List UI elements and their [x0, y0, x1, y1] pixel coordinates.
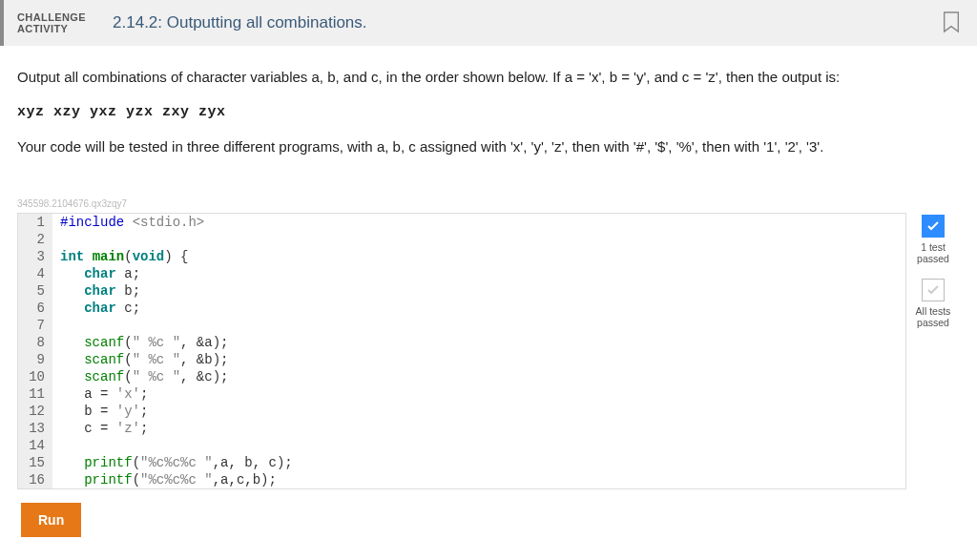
code-text[interactable]: scanf(" %c ", &b);: [52, 351, 228, 368]
sample-output: xyz xzy yxz yzx zxy zyx: [17, 102, 960, 124]
label-line1: CHALLENGE: [17, 11, 86, 23]
challenge-title: 2.14.2: Outputting all combinations.: [99, 0, 925, 46]
line-number: 8: [18, 334, 52, 351]
line-number: 12: [18, 403, 52, 420]
line-number: 2: [18, 231, 52, 248]
test-status-column: 1 test passed All tests passed: [906, 213, 960, 489]
line-number: 10: [18, 368, 52, 385]
code-line[interactable]: 10 scanf(" %c ", &c);: [18, 368, 905, 385]
code-text[interactable]: [52, 317, 68, 334]
line-number: 5: [18, 282, 52, 300]
line-number: 1: [18, 214, 52, 231]
code-line[interactable]: 11 a = 'x';: [18, 385, 905, 403]
code-text[interactable]: printf("%c%c%c ",a, b, c);: [52, 454, 293, 471]
line-number: 3: [18, 248, 52, 265]
code-text[interactable]: c = 'z';: [52, 420, 148, 437]
code-line[interactable]: 9 scanf(" %c ", &b);: [18, 351, 905, 368]
code-line[interactable]: 5 char b;: [18, 282, 905, 300]
line-number: 7: [18, 317, 52, 334]
code-line[interactable]: 6 char c;: [18, 300, 905, 317]
code-line[interactable]: 15 printf("%c%c%c ",a, b, c);: [18, 454, 905, 471]
line-number: 14: [18, 437, 52, 454]
instructions-p2: Your code will be tested in three differ…: [17, 136, 960, 158]
watermark-id: 345598.2104676.qx3zqy7: [0, 198, 977, 209]
code-text[interactable]: printf("%c%c%c ",a,c,b);: [52, 471, 277, 488]
code-line[interactable]: 16 printf("%c%c%c ",a,c,b);: [18, 471, 905, 488]
code-text[interactable]: char a;: [52, 265, 140, 282]
run-row: Run: [0, 489, 977, 554]
code-text[interactable]: [52, 437, 68, 454]
line-number: 6: [18, 300, 52, 317]
one-test-label: 1 test passed: [906, 241, 960, 265]
code-line[interactable]: 4 char a;: [18, 265, 905, 282]
code-text[interactable]: a = 'x';: [52, 385, 148, 403]
code-line[interactable]: 12 b = 'y';: [18, 403, 905, 420]
code-line[interactable]: 13 c = 'z';: [18, 420, 905, 437]
code-text[interactable]: int main(void) {: [52, 248, 188, 265]
instructions-area: Output all combinations of character var…: [0, 46, 977, 181]
code-line[interactable]: 2: [18, 231, 905, 248]
code-text[interactable]: b = 'y';: [52, 403, 148, 420]
all-tests-label: All tests passed: [906, 305, 960, 329]
line-number: 9: [18, 351, 52, 368]
line-number: 13: [18, 420, 52, 437]
code-line[interactable]: 14: [18, 437, 905, 454]
line-number: 15: [18, 454, 52, 471]
code-line[interactable]: 1#include <stdio.h>: [18, 214, 905, 231]
run-button[interactable]: Run: [21, 503, 81, 537]
workspace: 1#include <stdio.h>2 3int main(void) {4 …: [0, 213, 977, 489]
code-text[interactable]: char b;: [52, 282, 140, 300]
instructions-p1: Output all combinations of character var…: [17, 67, 960, 89]
challenge-activity-label: CHALLENGE ACTIVITY: [4, 0, 99, 46]
one-test-pass-icon: [922, 215, 945, 238]
code-text[interactable]: char c;: [52, 300, 140, 317]
code-line[interactable]: 7: [18, 317, 905, 334]
line-number: 16: [18, 471, 52, 488]
code-line[interactable]: 3int main(void) {: [18, 248, 905, 265]
label-line2: ACTIVITY: [17, 23, 86, 34]
line-number: 4: [18, 265, 52, 282]
code-text[interactable]: scanf(" %c ", &c);: [52, 368, 228, 385]
line-number: 11: [18, 385, 52, 403]
code-text[interactable]: scanf(" %c ", &a);: [52, 334, 228, 351]
bookmark-icon[interactable]: [925, 0, 977, 46]
code-editor[interactable]: 1#include <stdio.h>2 3int main(void) {4 …: [17, 213, 906, 489]
all-tests-pass-icon: [922, 279, 945, 301]
challenge-header: CHALLENGE ACTIVITY 2.14.2: Outputting al…: [0, 0, 977, 46]
code-text[interactable]: [52, 231, 68, 248]
code-text[interactable]: #include <stdio.h>: [52, 214, 204, 231]
code-line[interactable]: 8 scanf(" %c ", &a);: [18, 334, 905, 351]
